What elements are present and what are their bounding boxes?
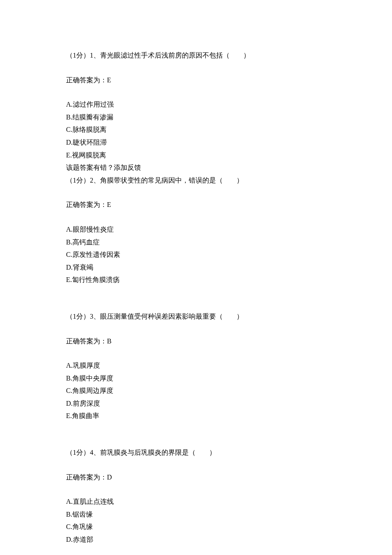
question-header: （1分）3、眼压测量值受何种误差因素影响最重要（ ） bbox=[66, 310, 326, 323]
option-c: C.角巩缘 bbox=[66, 520, 326, 533]
question-block: （1分）4、前巩膜炎与后巩膜炎的界限是（ ） 正确答案为：D A.直肌止点连线 … bbox=[66, 446, 326, 546]
question-header: （1分）4、前巩膜炎与后巩膜炎的界限是（ ） bbox=[66, 446, 326, 459]
question-block: （1分）2、角膜带状变性的常见病因中，错误的是（ ） 正确答案为：E A.眼部慢… bbox=[66, 174, 326, 286]
option-c: C.原发性遗传因素 bbox=[66, 248, 326, 261]
options-list: A.眼部慢性炎症 B.高钙血症 C.原发性遗传因素 D.肾衰竭 E.匐行性角膜溃… bbox=[66, 223, 326, 286]
correct-answer: 正确答案为：B bbox=[66, 335, 326, 348]
correct-answer: 正确答案为：E bbox=[66, 74, 326, 87]
question-block: （1分）1、青光眼滤过性手术后浅前房的原因不包括（ ） 正确答案为：E A.滤过… bbox=[66, 49, 326, 174]
question-header: （1分）1、青光眼滤过性手术后浅前房的原因不包括（ ） bbox=[66, 49, 326, 62]
spacer bbox=[66, 298, 326, 310]
options-list: A.直肌止点连线 B.锯齿缘 C.角巩缘 D.赤道部 bbox=[66, 495, 326, 546]
correct-answer: 正确答案为：D bbox=[66, 471, 326, 484]
option-a: A.直肌止点连线 bbox=[66, 495, 326, 508]
feedback-link[interactable]: 该题答案有错？添加反馈 bbox=[66, 161, 326, 174]
option-a: A.滤过作用过强 bbox=[66, 98, 326, 111]
option-e: E.角膜曲率 bbox=[66, 410, 326, 422]
options-list: A.巩膜厚度 B.角膜中央厚度 C.角膜周边厚度 D.前房深度 E.角膜曲率 bbox=[66, 359, 326, 422]
question-block: （1分）3、眼压测量值受何种误差因素影响最重要（ ） 正确答案为：B A.巩膜厚… bbox=[66, 310, 326, 422]
options-list: A.滤过作用过强 B.结膜瓣有渗漏 C.脉络膜脱离 D.睫状环阻滞 E.视网膜脱… bbox=[66, 98, 326, 161]
option-e: E.匐行性角膜溃疡 bbox=[66, 273, 326, 286]
option-a: A.眼部慢性炎症 bbox=[66, 223, 326, 236]
option-b: B.锯齿缘 bbox=[66, 508, 326, 521]
option-b: B.高钙血症 bbox=[66, 236, 326, 249]
option-d: D.睫状环阻滞 bbox=[66, 136, 326, 149]
option-c: C.角膜周边厚度 bbox=[66, 384, 326, 397]
option-b: B.角膜中央厚度 bbox=[66, 372, 326, 385]
option-d: D.前房深度 bbox=[66, 397, 326, 410]
correct-answer: 正确答案为：E bbox=[66, 198, 326, 211]
option-c: C.脉络膜脱离 bbox=[66, 123, 326, 136]
option-d: D.肾衰竭 bbox=[66, 261, 326, 274]
document-content: （1分）1、青光眼滤过性手术后浅前房的原因不包括（ ） 正确答案为：E A.滤过… bbox=[66, 49, 326, 546]
option-b: B.结膜瓣有渗漏 bbox=[66, 111, 326, 124]
option-a: A.巩膜厚度 bbox=[66, 359, 326, 372]
spacer bbox=[66, 434, 326, 446]
option-d: D.赤道部 bbox=[66, 533, 326, 546]
option-e: E.视网膜脱离 bbox=[66, 149, 326, 162]
question-header: （1分）2、角膜带状变性的常见病因中，错误的是（ ） bbox=[66, 174, 326, 187]
